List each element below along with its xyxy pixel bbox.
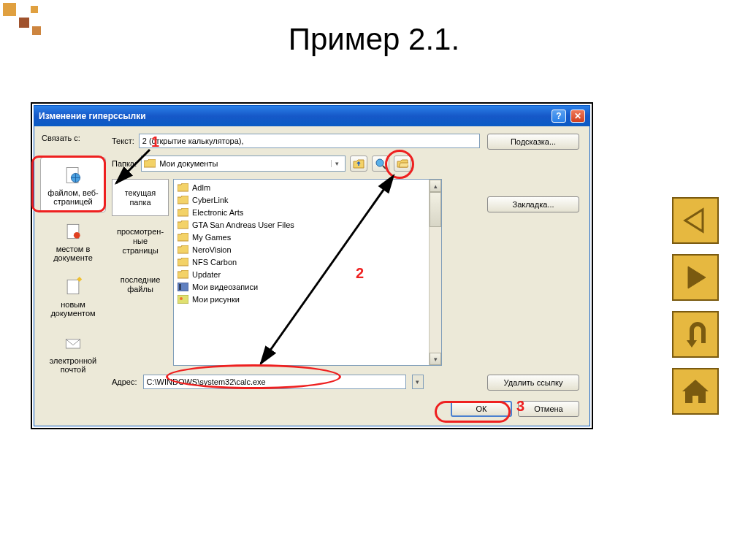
document-place-icon	[63, 221, 83, 242]
address-label: Адрес:	[112, 377, 137, 386]
globe-page-icon	[63, 165, 83, 185]
text-label: Текст:	[112, 137, 134, 145]
address-dropdown-button[interactable]: ▾	[412, 375, 424, 389]
scroll-track[interactable]	[430, 192, 441, 353]
hint-button[interactable]: Подсказка...	[487, 134, 579, 150]
folder-label: Папка:	[112, 159, 137, 168]
list-item: CyberLink	[175, 193, 427, 206]
link-target-place-in-doc[interactable]: местом в документе	[40, 214, 106, 268]
link-target-label: новым документом	[50, 300, 95, 318]
scroll-thumb[interactable]	[430, 192, 441, 227]
svg-rect-4	[67, 280, 79, 294]
nav-recent-files[interactable]: последние файлы	[112, 266, 169, 303]
list-item: GTA San Andreas User Files	[175, 218, 427, 231]
slide-title: Пример 2.1.	[0, 0, 748, 72]
edit-hyperlink-dialog: Изменение гиперссылки ? ✕ Связать с: Тек…	[34, 105, 590, 426]
list-item: Adlm	[175, 181, 427, 193]
svg-rect-11	[178, 295, 188, 304]
folder-dropdown[interactable]: Мои документы ▾	[141, 156, 346, 172]
folder-icon	[178, 245, 188, 254]
svg-marker-16	[688, 266, 706, 288]
magnifier-globe-icon	[375, 158, 386, 169]
nav-next-button[interactable]	[672, 254, 719, 301]
list-item: My Games	[175, 231, 427, 243]
ok-button[interactable]: ОК	[451, 401, 512, 417]
svg-point-3	[74, 232, 80, 239]
link-with-label: Связать с:	[42, 134, 80, 142]
nav-prev-button[interactable]	[672, 197, 719, 244]
list-item: NFS Carbon	[175, 256, 427, 268]
svg-rect-10	[179, 284, 181, 290]
link-target-file-webpage[interactable]: файлом, веб-страницей	[40, 157, 106, 212]
list-item: Updater	[175, 268, 427, 280]
svg-marker-17	[687, 340, 697, 348]
scroll-up-button[interactable]: ▴	[430, 180, 441, 192]
titlebar: Изменение гиперссылки ? ✕	[34, 106, 589, 126]
pictures-icon	[178, 295, 188, 304]
up-folder-icon	[353, 158, 365, 169]
help-button[interactable]: ?	[552, 110, 566, 123]
svg-marker-18	[682, 380, 709, 403]
new-doc-icon	[63, 277, 83, 297]
folder-icon	[178, 183, 188, 192]
svg-point-7	[376, 159, 383, 166]
svg-point-12	[180, 297, 183, 300]
nav-home-button[interactable]	[672, 368, 719, 415]
dialog-screenshot: Изменение гиперссылки ? ✕ Связать с: Тек…	[31, 102, 593, 429]
cancel-button[interactable]: Отмена	[518, 401, 579, 417]
file-list-panel: Adlm CyberLink Electronic Arts GTA San A…	[173, 179, 442, 366]
file-list[interactable]: Adlm CyberLink Electronic Arts GTA San A…	[174, 180, 429, 365]
browse-web-button[interactable]	[372, 156, 389, 172]
video-icon	[178, 283, 188, 291]
up-folder-button[interactable]	[350, 156, 367, 172]
link-target-label: файлом, веб-страницей	[47, 188, 98, 206]
prev-icon	[681, 206, 710, 235]
link-target-label: местом в документе	[53, 245, 93, 262]
link-target-email[interactable]: электронной почтой	[40, 326, 106, 380]
folder-icon	[178, 220, 188, 229]
browse-file-button[interactable]	[394, 156, 411, 172]
folder-icon	[178, 233, 188, 242]
dialog-title: Изменение гиперссылки	[39, 111, 547, 121]
home-icon	[679, 375, 711, 407]
list-item: Мои видеозаписи	[175, 280, 427, 293]
display-text-input[interactable]	[139, 134, 480, 148]
email-icon	[63, 333, 83, 353]
open-folder-icon	[397, 158, 408, 169]
svg-line-8	[383, 166, 386, 169]
address-input[interactable]	[143, 375, 406, 389]
u-turn-icon	[681, 320, 710, 349]
folder-icon	[178, 270, 188, 279]
nav-return-button[interactable]	[672, 311, 719, 358]
scroll-down-button[interactable]: ▾	[430, 353, 441, 365]
nav-browsed-pages[interactable]: просмотрен-ные страницы	[112, 218, 169, 264]
list-item: Мои рисунки	[175, 293, 427, 305]
next-icon	[681, 263, 710, 292]
list-item: Electronic Arts	[175, 206, 427, 218]
svg-marker-15	[685, 210, 703, 231]
folder-icon	[178, 258, 188, 266]
remove-link-button[interactable]: Удалить ссылку	[487, 375, 579, 391]
list-item: NeroVision	[175, 243, 427, 256]
scrollbar[interactable]: ▴ ▾	[429, 180, 441, 365]
folder-icon	[144, 159, 156, 169]
chevron-down-icon: ▾	[331, 160, 343, 167]
folder-icon	[178, 208, 188, 217]
link-target-label: электронной почтой	[50, 356, 97, 374]
close-button[interactable]: ✕	[570, 110, 585, 123]
bookmark-button[interactable]: Закладка...	[487, 196, 579, 212]
slide-nav	[672, 197, 719, 415]
nav-current-folder[interactable]: текущая папка	[112, 179, 169, 216]
link-target-new-doc[interactable]: новым документом	[40, 269, 106, 323]
folder-icon	[178, 196, 188, 204]
folder-name: Мои документы	[159, 159, 327, 168]
